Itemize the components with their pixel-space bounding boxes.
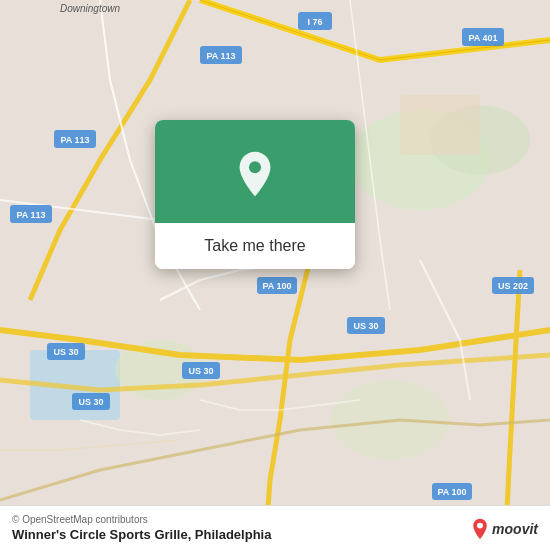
svg-text:PA 113: PA 113 (60, 135, 89, 145)
svg-text:US 30: US 30 (78, 397, 103, 407)
svg-text:Downingtown: Downingtown (60, 3, 120, 14)
svg-rect-0 (0, 0, 550, 550)
popup-card: Take me there (155, 120, 355, 269)
svg-text:PA 401: PA 401 (468, 33, 497, 43)
svg-text:PA 100: PA 100 (262, 281, 291, 291)
svg-text:US 30: US 30 (53, 347, 78, 357)
map-background: I 76 PA 401 PA 113 PA 113 PA 113 PA 100 … (0, 0, 550, 550)
take-me-there-button[interactable]: Take me there (155, 223, 355, 269)
svg-text:US 202: US 202 (498, 281, 528, 291)
svg-text:I 76: I 76 (307, 17, 322, 27)
map-container: I 76 PA 401 PA 113 PA 113 PA 113 PA 100 … (0, 0, 550, 550)
moovit-pin-icon (471, 518, 489, 540)
moovit-text: moovit (492, 521, 538, 537)
svg-text:US 30: US 30 (353, 321, 378, 331)
svg-text:US 30: US 30 (188, 366, 213, 376)
venue-title: Winner's Circle Sports Grille, Philadelp… (12, 527, 538, 542)
svg-point-32 (249, 161, 261, 173)
location-pin-icon (231, 150, 279, 198)
copyright-text: © OpenStreetMap contributors (12, 514, 538, 525)
svg-point-33 (477, 523, 483, 529)
svg-text:PA 113: PA 113 (206, 51, 235, 61)
bottom-bar: © OpenStreetMap contributors Winner's Ci… (0, 505, 550, 550)
svg-text:PA 100: PA 100 (437, 487, 466, 497)
svg-rect-6 (400, 95, 480, 155)
popup-green-area (155, 120, 355, 223)
svg-text:PA 113: PA 113 (16, 210, 45, 220)
moovit-logo: moovit (471, 518, 538, 540)
